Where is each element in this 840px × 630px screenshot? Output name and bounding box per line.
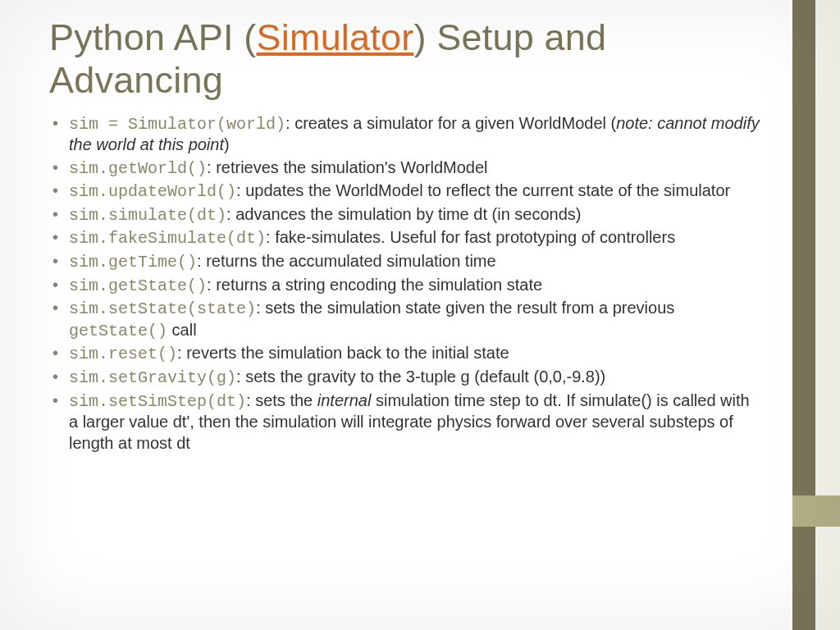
- desc-text: : fake-simulates. Useful for fast protot…: [266, 228, 675, 246]
- bullet-list: sim = Simulator(world): creates a simula…: [49, 113, 760, 454]
- desc-text: : updates the WorldModel to reflect the …: [236, 181, 730, 199]
- desc-text: : sets the: [246, 391, 317, 409]
- list-item: sim = Simulator(world): creates a simula…: [49, 113, 760, 156]
- desc-text: : sets the gravity to the 3-tuple g (def…: [236, 368, 605, 386]
- code-text: getState(): [69, 322, 167, 340]
- slide-content: Python API (Simulator) Setup and Advanci…: [0, 0, 792, 630]
- desc-text: : returns the accumulated simulation tim…: [197, 252, 496, 270]
- desc-text: : creates a simulator for a given WorldM…: [285, 114, 616, 132]
- code-text: sim.getWorld(): [69, 159, 207, 178]
- code-text: sim.setGravity(g): [69, 368, 236, 387]
- code-text: sim.getTime(): [69, 253, 197, 272]
- desc-text: call: [167, 321, 197, 339]
- code-text: sim.updateWorld(): [69, 182, 236, 201]
- code-text: sim.reset(): [69, 345, 177, 363]
- list-item: sim.getTime(): returns the accumulated s…: [49, 251, 760, 273]
- code-text: sim.getState(): [69, 276, 207, 295]
- desc-text: : returns a string encoding the simulati…: [207, 276, 542, 294]
- list-item: sim.simulate(dt): advances the simulatio…: [49, 204, 760, 226]
- list-item: sim.updateWorld(): updates the WorldMode…: [49, 180, 760, 203]
- desc-text: : reverts the simulation back to the ini…: [177, 344, 509, 362]
- simulator-link[interactable]: Simulator: [257, 16, 414, 58]
- code-text: sim = Simulator(world): [69, 115, 285, 134]
- page-title: Python API (Simulator) Setup and Advanci…: [49, 16, 760, 102]
- list-item: sim.fakeSimulate(dt): fake-simulates. Us…: [49, 227, 760, 249]
- desc-text: ): [224, 135, 230, 153]
- list-item: sim.getState(): returns a string encodin…: [49, 275, 760, 297]
- sidebar-light: [815, 0, 840, 630]
- code-text: sim.setSimStep(dt): [69, 392, 246, 411]
- code-text: sim.simulate(dt): [69, 206, 226, 225]
- sidebar-dark: [792, 0, 815, 630]
- ital-text: internal: [317, 391, 372, 409]
- desc-text: : sets the simulation state given the re…: [256, 299, 674, 317]
- list-item: sim.setState(state): sets the simulation…: [49, 298, 760, 341]
- list-item: sim.setGravity(g): sets the gravity to t…: [49, 367, 760, 389]
- code-text: sim.setState(state): [69, 299, 256, 318]
- list-item: sim.getWorld(): retrieves the simulation…: [49, 158, 760, 180]
- list-item: sim.setSimStep(dt): sets the internal si…: [49, 390, 760, 454]
- code-text: sim.fakeSimulate(dt): [69, 229, 266, 248]
- accent-block: [792, 495, 840, 527]
- desc-text: : retrieves the simulation's WorldModel: [207, 158, 487, 176]
- desc-text: : advances the simulation by time dt (in…: [226, 205, 581, 223]
- title-prefix: Python API (: [49, 16, 257, 58]
- list-item: sim.reset(): reverts the simulation back…: [49, 343, 760, 365]
